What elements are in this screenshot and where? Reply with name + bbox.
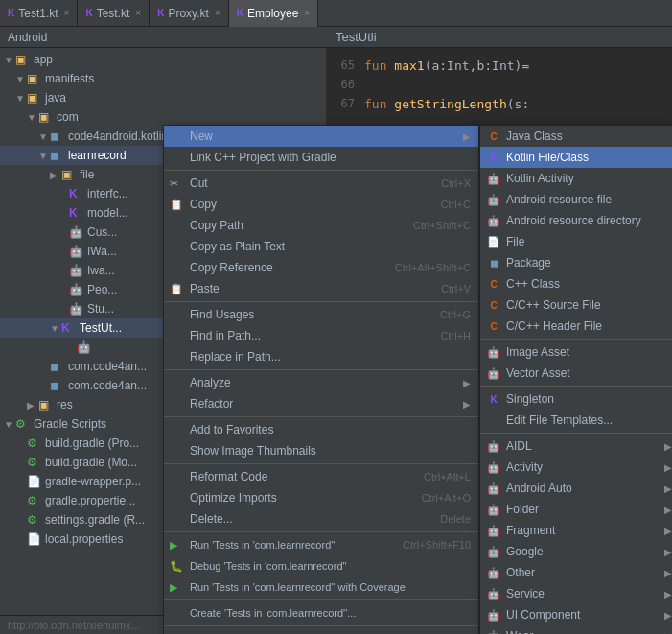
tab-label: Proxy.kt [168, 7, 208, 20]
ctx-item-run-tests[interactable]: ▶ Run 'Tests in 'com.learnrecord'' Ctrl+… [164, 534, 478, 555]
sub-item-image-asset[interactable]: 🤖 Image Asset [480, 341, 672, 363]
tab-close-icon[interactable]: × [304, 8, 310, 18]
sub-item-singleton[interactable]: K Singleton [480, 388, 672, 410]
sub-item-folder[interactable]: 🤖 Folder ▶ [480, 499, 672, 520]
ctx-label: Copy as Plain Text [190, 240, 285, 253]
tree-label: TestUt... [80, 321, 122, 335]
android-file-icon: 🤖 [77, 340, 92, 354]
sub-item-kotlin-file[interactable]: K Kotlin File/Class [480, 147, 672, 168]
ctx-item-copy-plain[interactable]: Copy as Plain Text [164, 236, 478, 257]
tab-close-icon[interactable]: × [135, 8, 141, 18]
android-icon: 🤖 [486, 171, 501, 186]
android-file-icon: 🤖 [69, 283, 84, 296]
sub-item-file[interactable]: 📄 File [480, 231, 672, 252]
submenu-arrow: ▶ [463, 131, 471, 142]
shortcut-label: Ctrl+Shift+F10 [403, 539, 471, 551]
sub-item-edit-templates[interactable]: Edit File Templates... [480, 410, 672, 431]
sub-item-aidl[interactable]: 🤖 AIDL ▶ [480, 435, 672, 457]
tab-test[interactable]: K Test.kt × [78, 0, 150, 27]
tree-header: Android [0, 27, 326, 48]
ctx-item-run-coverage[interactable]: ▶ Run 'Tests in 'com.learnrecord'' with … [164, 576, 478, 598]
submenu-arrow: ▶ [664, 483, 672, 494]
sub-item-android-resource-file[interactable]: 🤖 Android resource file [480, 189, 672, 210]
sub-item-android-resource-dir[interactable]: 🤖 Android resource directory [480, 210, 672, 231]
tab-test1[interactable]: K Test1.kt × [0, 0, 78, 27]
ctx-label: Android resource file [506, 193, 612, 206]
ctx-label: Show Image Thumbnails [190, 444, 316, 458]
sub-item-wear[interactable]: 🤖 Wear ▶ [480, 625, 672, 634]
ctx-separator [164, 170, 478, 171]
tab-label: Test.kt [97, 7, 130, 20]
tree-label: com [57, 110, 79, 124]
tab-bar: K Test1.kt × K Test.kt × K Proxy.kt × K … [0, 0, 672, 27]
tree-item-java[interactable]: ▼ ▣ java [0, 88, 326, 107]
tree-item-app[interactable]: ▼ ▣ app [0, 50, 326, 69]
line-number: 65 [326, 59, 364, 72]
ctx-label: Optimize Imports [190, 491, 277, 505]
cpp-icon: C [486, 318, 501, 334]
ctx-item-debug-tests[interactable]: 🐛 Debug 'Tests in 'com.learnrecord'' [164, 555, 478, 576]
sub-item-activity[interactable]: 🤖 Activity ▶ [480, 457, 672, 478]
ctx-item-link-cpp[interactable]: Link C++ Project with Gradle [164, 147, 478, 168]
package-icon: ◼ [50, 360, 65, 373]
ctx-item-find-usages[interactable]: Find Usages Ctrl+G [164, 304, 478, 325]
ctx-label: Copy Path [190, 219, 243, 232]
ctx-label: Run 'Tests in 'com.learnrecord'' with Co… [190, 581, 406, 593]
sub-item-fragment[interactable]: 🤖 Fragment ▶ [480, 520, 672, 541]
shortcut-label: Ctrl+C [441, 199, 471, 210]
folder-icon: ▣ [61, 168, 77, 181]
ctx-item-cut[interactable]: ✂ Cut Ctrl+X [164, 173, 478, 194]
ctx-item-local-history[interactable]: Local History ▶ [164, 628, 478, 634]
ctx-item-delete[interactable]: Delete... Delete [164, 508, 478, 529]
gradle-file-icon: ⚙ [27, 494, 42, 507]
sub-item-google[interactable]: 🤖 Google ▶ [480, 541, 672, 562]
tree-item-com[interactable]: ▼ ▣ com [0, 107, 326, 127]
tab-employee[interactable]: K Employee × [229, 0, 318, 27]
ctx-item-show-thumbnails[interactable]: Show Image Thumbnails [164, 440, 478, 461]
tree-label: model... [87, 206, 128, 220]
ctx-item-reformat[interactable]: Reformat Code Ctrl+Alt+L [164, 466, 478, 487]
ctx-item-new[interactable]: New ▶ [164, 126, 478, 147]
ctx-item-replace-in-path[interactable]: Replace in Path... [164, 346, 478, 367]
tab-close-icon[interactable]: × [215, 8, 220, 18]
ctx-item-copy-path[interactable]: Copy Path Ctrl+Shift+C [164, 215, 478, 236]
properties-icon: 📄 [27, 532, 42, 546]
ctx-label: AIDL [506, 439, 532, 453]
ctx-item-paste[interactable]: 📋 Paste Ctrl+V [164, 278, 478, 299]
ctx-item-create-tests[interactable]: Create 'Tests in 'com.learnrecord''... [164, 602, 478, 623]
vector-asset-icon: 🤖 [486, 365, 501, 381]
submenu-arrow: ▶ [664, 589, 672, 599]
sub-item-vector-asset[interactable]: 🤖 Vector Asset [480, 363, 672, 384]
sub-item-package[interactable]: ◼ Package [480, 252, 672, 273]
ctx-item-copy-ref[interactable]: Copy Reference Ctrl+Alt+Shift+C [164, 257, 478, 278]
sub-item-kotlin-activity[interactable]: 🤖 Kotlin Activity [480, 168, 672, 189]
sub-item-other[interactable]: 🤖 Other ▶ [480, 562, 672, 583]
sub-item-android-auto[interactable]: 🤖 Android Auto ▶ [480, 478, 672, 499]
file-icon: 📄 [486, 234, 501, 249]
ctx-label: Replace in Path... [190, 350, 281, 364]
sub-item-cpp-header[interactable]: C C/C++ Header File [480, 316, 672, 337]
sub-item-service[interactable]: 🤖 Service ▶ [480, 583, 672, 604]
ctx-separator [164, 463, 478, 464]
ctx-item-add-favorites[interactable]: Add to Favorites [164, 419, 478, 440]
tab-proxy[interactable]: K Proxy.kt × [150, 0, 229, 27]
ctx-label: Debug 'Tests in 'com.learnrecord'' [190, 560, 347, 572]
tree-arrow: ▼ [4, 55, 15, 65]
sub-item-cpp-class[interactable]: C C++ Class [480, 273, 672, 294]
sub-item-cpp-source[interactable]: C C/C++ Source File [480, 294, 672, 316]
kotlin-icon: K [486, 391, 501, 407]
cut-icon: ✂ [170, 177, 185, 190]
ctx-item-copy[interactable]: 📋 Copy Ctrl+C [164, 194, 478, 215]
submenu-arrow: ▶ [463, 399, 471, 410]
ctx-label: Vector Asset [506, 366, 570, 380]
tab-close-icon[interactable]: × [64, 8, 70, 18]
ctx-item-refactor[interactable]: Refactor ▶ [164, 393, 478, 414]
shortcut-label: Ctrl+V [441, 283, 471, 294]
editor-content[interactable]: 65 fun max1(a:Int,b:Int)= 66 67 fun getS… [326, 48, 672, 121]
ctx-item-optimize-imports[interactable]: Optimize Imports Ctrl+Alt+O [164, 487, 478, 508]
ctx-item-analyze[interactable]: Analyze ▶ [164, 372, 478, 393]
sub-item-java-class[interactable]: C Java Class [480, 126, 672, 147]
sub-item-ui-component[interactable]: 🤖 UI Component ▶ [480, 604, 672, 625]
tree-item-manifests[interactable]: ▼ ▣ manifests [0, 69, 326, 88]
ctx-item-find-in-path[interactable]: Find in Path... Ctrl+H [164, 325, 478, 346]
